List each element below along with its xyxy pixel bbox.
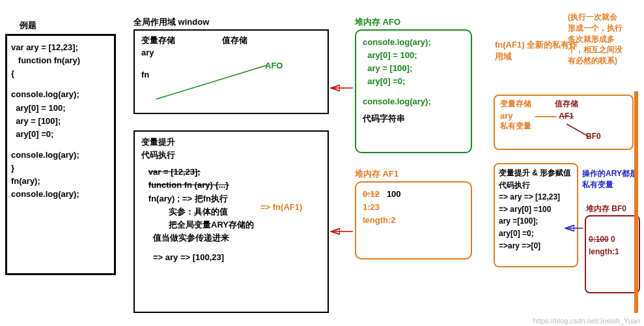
- heap1-title: 堆内存 AF1: [355, 168, 399, 180]
- hoist-label: 变量提升: [141, 136, 321, 149]
- heap-line: 代码字符串: [363, 112, 464, 125]
- priv-scope-exec: 变量提升 & 形参赋值 代码执行 => ary => [12,23] => ar…: [494, 163, 578, 267]
- multi-exec-note: (执行一次就会 形成一个，执行 多次就形成多 个，相互之间没 有必然的联系): [568, 12, 623, 67]
- exec-line: 值当做实参传递进来: [141, 231, 321, 244]
- priv-scope-label: fn(AF1) 全新的私有作用域: [495, 39, 580, 63]
- ary-var: ary: [500, 111, 533, 121]
- code-line: var ary = [12,23];: [11, 41, 110, 54]
- exec-line: => ary[0] =100: [499, 203, 573, 216]
- vertical-bar: [634, 91, 638, 313]
- code-line: fn(ary);: [11, 175, 110, 188]
- af1-pointer: AF1: [559, 111, 574, 121]
- exec-line: ary =[100];: [499, 215, 573, 228]
- code-line: ary[0] =0;: [11, 128, 110, 141]
- exec-line: =>ary =>[0]: [499, 240, 573, 252]
- heap-line: 0:12 100: [363, 188, 464, 201]
- heap-line: ary = [100];: [363, 62, 464, 75]
- heap-af1: 0:12 100 1:23 length:2: [355, 181, 472, 259]
- global-scope-exec: 变量提升 代码执行 var = [12,23]; function fn (ar…: [133, 130, 329, 313]
- exec-line: 把全局变量ARY存储的: [141, 218, 321, 231]
- var-store-label: 变量存储: [500, 98, 552, 110]
- code-panel: var ary = [12,23]; function fn(ary) { co…: [5, 34, 116, 275]
- exec-line: 变量提升 & 形参赋值: [499, 167, 573, 179]
- heap-line: ary[0] =0;: [363, 75, 464, 88]
- code-line: console.log(ary);: [11, 88, 110, 101]
- priv-var-label: 私有变量: [500, 121, 627, 132]
- code-line: }: [11, 162, 110, 175]
- code-line: function fn(ary): [11, 54, 110, 67]
- code-line: {: [11, 67, 110, 80]
- heap-line: 0:100 0: [589, 233, 636, 246]
- watermark: https://blog.csdn.net/Josiah_Yuan: [533, 317, 640, 325]
- call-fn: => fn(AF1): [260, 202, 302, 212]
- heap-afo: console.log(ary); ary[0] = 100; ary = [1…: [355, 29, 472, 153]
- exec-line: var = [12,23];: [141, 166, 321, 179]
- code-line: console.log(ary);: [11, 188, 110, 201]
- code-line: ary = [100];: [11, 115, 110, 128]
- code-line: console.log(ary);: [11, 149, 110, 162]
- var-store-label: 变量存储: [141, 35, 219, 46]
- heap-line: length:1: [589, 246, 636, 258]
- fn-var: fn: [141, 68, 321, 82]
- bf0-pointer: BF0: [586, 132, 601, 141]
- bf0-title: 堆内存 BF0: [586, 203, 626, 215]
- heap-line: console.log(ary);: [363, 36, 464, 49]
- heap-line: length:2: [363, 214, 464, 227]
- ary-var: ary: [141, 46, 321, 59]
- global-scope-label: 全局作用域 window: [133, 16, 209, 28]
- heap-line: 1:23: [363, 201, 464, 214]
- exec-label: 代码执行: [141, 149, 321, 162]
- global-scope-vars: 变量存储 值存储 ary AFO fn: [133, 29, 329, 114]
- afo-pointer: AFO: [265, 61, 283, 70]
- op-ary-note: 操作的ARY都是 私有变量: [582, 168, 637, 190]
- heap0-title: 堆内存 AFO: [355, 16, 400, 28]
- heap-line: console.log(ary);: [363, 95, 464, 108]
- priv-scope-vars: 变量存储 值存储 ary ——— AF1 私有变量 BF0: [494, 95, 634, 150]
- val-store-label: 值存储: [555, 99, 578, 108]
- val-store-label: 值存储: [222, 35, 247, 45]
- exec-line: => ary => [100,23]: [141, 251, 321, 264]
- heap-line: ary[0] = 100;: [363, 49, 464, 62]
- exec-line: 代码执行: [499, 179, 573, 192]
- heap-bf0: 0:100 0 length:1: [585, 215, 640, 293]
- exec-line: ary[0] =0;: [499, 228, 573, 240]
- exec-line: => ary => [12,23]: [499, 191, 573, 203]
- code-line: ary[0] = 100;: [11, 102, 110, 115]
- example-title: 例题: [20, 20, 36, 31]
- exec-line: function fn (ary) {...}: [141, 179, 321, 192]
